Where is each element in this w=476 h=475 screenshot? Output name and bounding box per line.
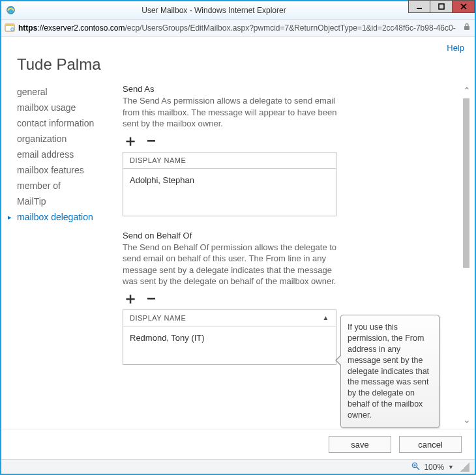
url-text: https://exserver2.contoso.com/ecp/UsersG… [18, 23, 462, 33]
sort-asc-icon: ▲ [323, 314, 329, 321]
send-on-behalf-add-button[interactable]: ＋ [123, 293, 136, 304]
send-on-behalf-title: Send on Behalf Of [123, 231, 433, 240]
send-as-column-header[interactable]: DISPLAY NAME [123, 152, 336, 169]
send-as-desc: The Send As permission allows a delegate… [123, 95, 338, 130]
status-bar: 100% ▼ [1, 459, 475, 474]
send-as-title: Send As [123, 84, 433, 94]
svg-point-7 [11, 27, 14, 31]
send-on-behalf-column-header[interactable]: DISPLAY NAME ▲ [123, 310, 336, 326]
scroll-down-icon[interactable]: ⌄ [462, 414, 472, 425]
sidebar-item-mailbox-usage[interactable]: mailbox usage [17, 100, 123, 115]
sidebar-item-member-of[interactable]: member of [17, 178, 123, 194]
save-button[interactable]: save [329, 436, 391, 453]
svg-rect-6 [5, 24, 14, 26]
sidebar-item-email-address[interactable]: email address [17, 147, 123, 162]
send-on-behalf-col-label: DISPLAY NAME [130, 314, 186, 322]
content-area: Help Tude Palma general mailbox usage co… [1, 36, 475, 474]
sidebar-item-contact-information[interactable]: contact information [17, 115, 123, 131]
send-as-list: DISPLAY NAME Adolphi, Stephan [123, 152, 336, 216]
scroll-up-icon[interactable]: ⌃ [462, 85, 472, 96]
section-send-as: Send As The Send As permission allows a … [123, 84, 433, 216]
main-panel: Send As The Send As permission allows a … [123, 84, 459, 429]
svg-rect-8 [464, 26, 469, 30]
send-as-add-button[interactable]: ＋ [123, 135, 136, 147]
window-controls [408, 1, 475, 19]
ie-favicon [5, 5, 16, 16]
minimize-button[interactable] [408, 0, 430, 13]
send-as-col-label: DISPLAY NAME [130, 156, 186, 164]
zoom-dropdown-icon[interactable]: ▼ [448, 464, 454, 470]
close-button[interactable] [453, 0, 475, 13]
sidebar-item-general[interactable]: general [17, 84, 123, 100]
window-frame: User Mailbox - Windows Internet Explorer… [0, 0, 476, 475]
send-on-behalf-remove-button[interactable]: − [145, 293, 158, 304]
sidebar-item-organization[interactable]: organization [17, 131, 123, 147]
send-on-behalf-list: DISPLAY NAME ▲ Redmond, Tony (IT) [123, 309, 336, 365]
send-on-behalf-desc: The Send on Behalf Of permission allows … [123, 242, 338, 287]
vertical-scrollbar[interactable]: ⌃ ⌄ [459, 84, 475, 429]
sidebar-item-mailbox-delegation[interactable]: mailbox delegation [17, 209, 123, 225]
help-link[interactable]: Help [447, 43, 464, 53]
list-item[interactable]: Redmond, Tony (IT) [130, 332, 329, 344]
title-bar: User Mailbox - Windows Internet Explorer [1, 1, 475, 20]
page-icon [4, 22, 16, 34]
footer-buttons: save cancel [1, 429, 475, 459]
svg-line-10 [417, 467, 419, 470]
page-title: Tude Palma [1, 53, 475, 84]
zoom-level[interactable]: 100% [424, 463, 444, 472]
window-title: User Mailbox - Windows Internet Explorer [20, 6, 408, 15]
zoom-icon[interactable] [411, 462, 420, 472]
scroll-thumb[interactable] [463, 98, 469, 268]
lock-icon [462, 23, 472, 33]
sidebar-item-mailbox-features[interactable]: mailbox features [17, 162, 123, 178]
sidebar-nav: general mailbox usage contact informatio… [1, 84, 123, 429]
list-item[interactable]: Adolphi, Stephan [130, 174, 329, 186]
svg-rect-2 [439, 4, 444, 9]
tooltip-callout: If you use this permission, the From add… [340, 315, 439, 428]
resize-grip[interactable] [460, 463, 469, 472]
send-as-remove-button[interactable]: − [145, 135, 158, 147]
maximize-button[interactable] [430, 0, 453, 13]
sidebar-item-mailtip[interactable]: MailTip [17, 194, 123, 209]
address-bar[interactable]: https://exserver2.contoso.com/ecp/UsersG… [1, 20, 475, 36]
cancel-button[interactable]: cancel [399, 436, 462, 453]
